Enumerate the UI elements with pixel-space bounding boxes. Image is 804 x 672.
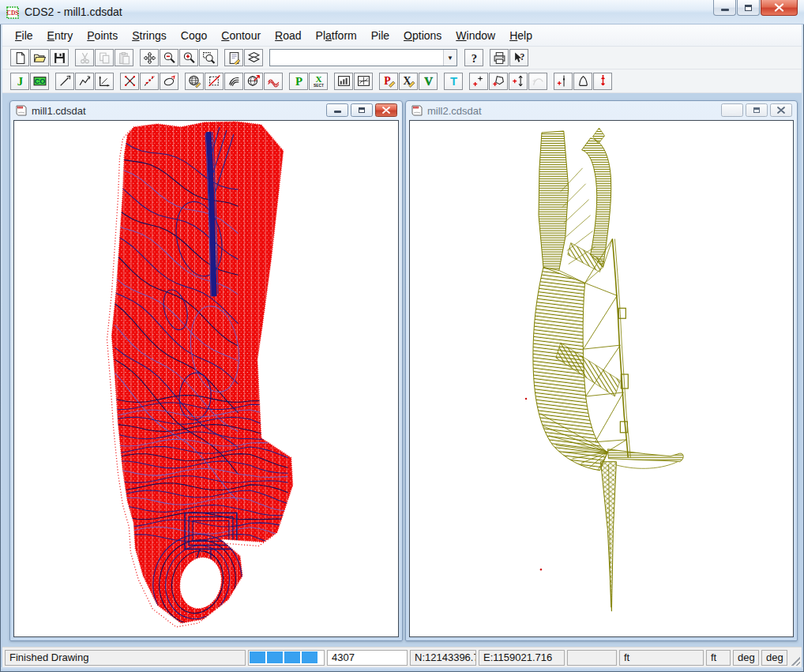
toolbar-group: PXV xyxy=(379,73,438,90)
menu-platform[interactable]: Platform xyxy=(309,26,364,45)
text-button[interactable]: T xyxy=(444,73,463,90)
new-file-button[interactable] xyxy=(10,49,29,66)
pan-button[interactable] xyxy=(140,49,159,66)
resize-grip[interactable] xyxy=(789,655,800,666)
zoom-in-button[interactable] xyxy=(179,49,198,66)
doc-caption-buttons xyxy=(719,103,792,117)
status-unit-ft: ft xyxy=(619,650,704,666)
doc-minimize-button[interactable] xyxy=(326,103,348,117)
copy-icon xyxy=(98,51,111,65)
progress-segment xyxy=(284,651,300,663)
menu-road[interactable]: Road xyxy=(268,26,308,45)
globe-export-button[interactable] xyxy=(244,73,263,90)
zoom-out-button[interactable] xyxy=(160,49,178,66)
edit-points-button[interactable]: P xyxy=(379,73,398,90)
status-unit-deg2: deg xyxy=(761,650,787,666)
drawing-canvas-mill2[interactable] xyxy=(409,120,794,637)
doc-titlebar-mill1[interactable]: mill1.cdsdat xyxy=(13,101,399,120)
boundary-button[interactable] xyxy=(573,73,592,90)
menu-strings[interactable]: Strings xyxy=(125,26,174,45)
plot-button[interactable] xyxy=(354,73,373,90)
toolbar-group xyxy=(224,49,264,66)
drawing-canvas-mill1[interactable] xyxy=(13,120,399,637)
doc-titlebar-mill2[interactable]: mill2.cdsdat xyxy=(409,101,794,120)
add-point-icon xyxy=(472,74,486,88)
context-help-icon: ? xyxy=(513,51,526,65)
area-delete-button[interactable] xyxy=(205,73,224,90)
close-icon xyxy=(381,107,391,114)
menu-options[interactable]: Options xyxy=(396,26,449,45)
draw-polyline-button[interactable] xyxy=(75,73,94,90)
svg-text:SECT: SECT xyxy=(313,84,323,88)
volumes-button[interactable]: V xyxy=(419,73,438,90)
mesh-button[interactable] xyxy=(264,73,283,90)
restore-icon xyxy=(753,107,760,113)
doc-title: mill2.cdsdat xyxy=(427,105,482,117)
level-button[interactable] xyxy=(593,73,612,90)
points-display-button[interactable]: P xyxy=(289,73,308,90)
minimize-button[interactable] xyxy=(713,0,736,16)
doc-restore-button[interactable] xyxy=(746,103,768,117)
chart-button[interactable] xyxy=(334,73,353,90)
menu-entry[interactable]: Entry xyxy=(40,26,81,45)
menu-file[interactable]: File xyxy=(8,26,40,45)
progress-segment xyxy=(267,651,283,663)
open-file-button[interactable] xyxy=(30,49,49,66)
redraw-button[interactable] xyxy=(224,49,243,66)
intersection-button[interactable] xyxy=(120,73,139,90)
curve-button[interactable] xyxy=(160,73,178,90)
help-about-button[interactable]: ? xyxy=(464,49,483,66)
close-button[interactable] xyxy=(761,0,798,16)
doc-window-mill2[interactable]: mill2.cdsdat xyxy=(405,100,798,641)
help-icon: ? xyxy=(468,51,481,65)
context-help-button[interactable]: ? xyxy=(509,49,528,66)
menu-help[interactable]: Help xyxy=(502,26,539,45)
contours-button[interactable] xyxy=(224,73,243,90)
job-button[interactable]: J xyxy=(10,73,29,90)
menu-contour[interactable]: Contour xyxy=(214,26,268,45)
sections-button[interactable]: XSECT xyxy=(309,73,328,90)
menu-window[interactable]: Window xyxy=(449,26,502,45)
zoom-out-icon xyxy=(163,51,176,65)
cut-button xyxy=(75,49,94,66)
profile-point-button[interactable] xyxy=(554,73,573,90)
globe-export-icon xyxy=(247,74,261,88)
doc-close-button[interactable] xyxy=(770,103,792,117)
status-progress xyxy=(248,650,325,666)
doc-restore-button[interactable] xyxy=(351,103,373,117)
layer-combobox[interactable]: ▼ xyxy=(269,49,457,66)
save-file-button[interactable] xyxy=(50,49,69,66)
mill1-drawing xyxy=(14,121,398,636)
edit-sections-button[interactable]: X xyxy=(399,73,418,90)
layers-button[interactable] xyxy=(244,49,263,66)
arc-icon xyxy=(532,74,545,88)
add-point-button[interactable] xyxy=(469,73,488,90)
close-icon xyxy=(773,3,785,12)
titlebar[interactable]: CDS CDS2 - mill1.cdsdat xyxy=(0,0,804,24)
combo-dropdown-arrow[interactable]: ▼ xyxy=(443,50,456,66)
add-polygon-button[interactable] xyxy=(489,73,508,90)
doc-minimize-button[interactable] xyxy=(721,103,743,117)
menu-cogo[interactable]: Cogo xyxy=(174,26,215,45)
doc-close-button[interactable] xyxy=(375,103,397,117)
toolbar-group xyxy=(75,49,134,66)
zoom-window-button[interactable] xyxy=(199,49,218,66)
status-count: 4307 xyxy=(327,650,408,666)
traverse-button[interactable] xyxy=(140,73,159,90)
toolbar-group xyxy=(185,73,284,90)
globe-edit-button[interactable] xyxy=(185,73,204,90)
add-polygon-icon xyxy=(492,74,505,88)
layers-icon xyxy=(247,51,261,65)
cut-icon xyxy=(78,51,92,65)
draw-angle-button[interactable] xyxy=(95,73,114,90)
svg-text:X: X xyxy=(315,74,321,84)
draw-line-button[interactable] xyxy=(55,73,74,90)
doc-window-mill1[interactable]: mill1.cdsdat xyxy=(9,100,403,641)
print-button[interactable] xyxy=(490,49,509,66)
maximize-button[interactable] xyxy=(737,0,760,16)
menu-pile[interactable]: Pile xyxy=(364,26,396,45)
menu-points[interactable]: Points xyxy=(80,26,125,45)
move-point-vertical-button[interactable] xyxy=(509,73,528,90)
toolbar-group: JCO xyxy=(10,73,50,90)
cogo-button[interactable]: CO xyxy=(30,73,49,90)
